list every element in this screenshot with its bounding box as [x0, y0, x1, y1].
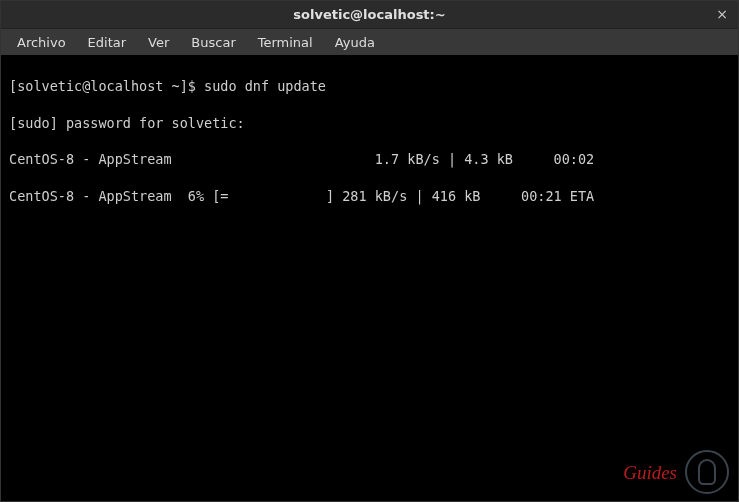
terminal-window: solvetic@localhost:~ × Archivo Editar Ve…	[0, 0, 739, 502]
terminal-output[interactable]: [solvetic@localhost ~]$ sudo dnf update …	[1, 55, 738, 501]
menu-archivo[interactable]: Archivo	[7, 32, 76, 53]
close-icon[interactable]: ×	[714, 7, 730, 21]
terminal-line: CentOS-8 - AppStream 6% [= ] 281 kB/s | …	[9, 187, 730, 205]
watermark-text: Guides	[623, 462, 677, 484]
menu-editar[interactable]: Editar	[78, 32, 137, 53]
menu-ayuda[interactable]: Ayuda	[325, 32, 385, 53]
menu-terminal[interactable]: Terminal	[248, 32, 323, 53]
terminal-line: [sudo] password for solvetic:	[9, 114, 730, 132]
menu-buscar[interactable]: Buscar	[181, 32, 245, 53]
menu-ver[interactable]: Ver	[138, 32, 179, 53]
menubar: Archivo Editar Ver Buscar Terminal Ayuda	[1, 29, 738, 55]
window-title: solvetic@localhost:~	[293, 7, 445, 22]
terminal-line: [solvetic@localhost ~]$ sudo dnf update	[9, 77, 730, 95]
watermark-logo-icon	[685, 450, 729, 494]
titlebar[interactable]: solvetic@localhost:~ ×	[1, 1, 738, 29]
terminal-line: CentOS-8 - AppStream 1.7 kB/s | 4.3 kB 0…	[9, 150, 730, 168]
